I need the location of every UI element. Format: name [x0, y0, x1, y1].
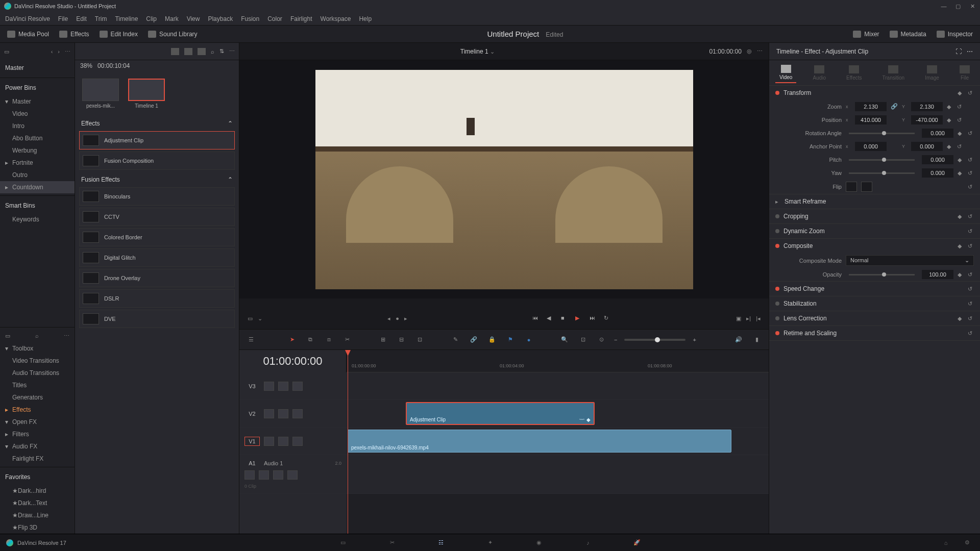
clip-video[interactable]: pexels-mikhail-nilov-6942639.mp4: [348, 430, 731, 453]
flip-h-button[interactable]: [846, 182, 857, 192]
fav-darkthird[interactable]: ★ Dark...hird: [0, 485, 75, 497]
enable-dot-icon[interactable]: [775, 302, 779, 306]
reset-icon[interactable]: ↺: [968, 330, 974, 336]
opacity-slider[interactable]: [849, 274, 915, 276]
fairlight-page-icon[interactable]: ♪: [581, 537, 595, 548]
replace-icon[interactable]: ⊡: [414, 335, 425, 345]
prev-edit-icon[interactable]: ◂: [387, 315, 390, 322]
menu-fusion[interactable]: Fusion: [241, 15, 259, 22]
list-view-icon[interactable]: [198, 48, 206, 55]
media-pool-button[interactable]: Media Pool: [7, 31, 49, 38]
menu-color[interactable]: Color: [267, 15, 282, 22]
effect-binoculars[interactable]: Binoculars: [79, 187, 235, 206]
track-lane-v3[interactable]: [347, 372, 769, 399]
play-icon[interactable]: ▶: [575, 315, 582, 322]
keyframe-icon[interactable]: ◆: [958, 130, 964, 136]
lock-track-icon[interactable]: [264, 382, 274, 391]
media-thumb[interactable]: pexels-mik...: [82, 79, 119, 109]
effect-drone-overlay[interactable]: Drone Overlay: [79, 269, 235, 287]
tree-effects[interactable]: ▸Effects: [0, 404, 75, 416]
track-lane-v1[interactable]: pexels-mikhail-nilov-6942639.mp4: [347, 428, 769, 455]
nav-path-icon[interactable]: ⋯: [65, 48, 70, 55]
keyframe-icon[interactable]: ◆: [958, 243, 964, 249]
playhead[interactable]: [348, 350, 348, 534]
clip-adjustment[interactable]: Adjustment Clip 〰◆: [406, 402, 595, 425]
opacity-input[interactable]: [922, 270, 953, 279]
auto-select-icon[interactable]: [278, 409, 288, 418]
edit-index-button[interactable]: Edit Index: [100, 31, 138, 38]
rotation-slider[interactable]: [849, 133, 915, 134]
sort-icon[interactable]: ⇅: [219, 48, 224, 55]
expand-icon[interactable]: ⛶: [955, 48, 962, 55]
fav-drawline[interactable]: ★ Draw...Line: [0, 509, 75, 521]
next-edit-icon[interactable]: ▸: [404, 315, 407, 322]
meter-icon[interactable]: ▮: [751, 335, 763, 345]
selection-tool-icon[interactable]: ➤: [286, 335, 298, 345]
cut-page-icon[interactable]: ✂: [385, 537, 399, 548]
enable-dot-icon[interactable]: [775, 214, 779, 218]
tree-audiofx[interactable]: ▾Audio FX: [0, 440, 75, 453]
viewer-mode-icon[interactable]: ▭: [248, 315, 253, 322]
inspector-tab-video[interactable]: Video: [775, 63, 796, 83]
reset-icon[interactable]: ↺: [968, 271, 974, 278]
track-lane-v2[interactable]: Adjustment Clip 〰◆: [347, 400, 769, 427]
enable-dot-icon[interactable]: [775, 229, 779, 233]
inspector-button[interactable]: Inspector: [937, 31, 973, 38]
first-frame-icon[interactable]: ⏮: [532, 315, 540, 322]
zoom-slider[interactable]: [624, 339, 685, 341]
tree-audio-transitions[interactable]: Audio Transitions: [0, 367, 75, 379]
speed-change-header[interactable]: Speed Change↺: [769, 282, 980, 296]
track-header-a1[interactable]: A1 Audio 1 2.0 0 Clip: [239, 455, 347, 494]
tree-fairlightfx[interactable]: Fairlight FX: [0, 453, 75, 465]
menu-fairlight[interactable]: Fairlight: [290, 15, 312, 22]
thumbnail-view-icon[interactable]: [184, 48, 192, 55]
keyframe-icon[interactable]: ◆: [958, 271, 964, 278]
reset-icon[interactable]: ↺: [968, 157, 974, 163]
reset-icon[interactable]: ↺: [968, 228, 974, 234]
prev-clip-icon[interactable]: |◂: [756, 315, 761, 322]
inspector-tab-effects[interactable]: Effects: [842, 63, 866, 83]
enable-dot-icon[interactable]: [775, 287, 779, 291]
tree-countdown[interactable]: ▸Countdown: [0, 181, 75, 193]
chevron-down-icon[interactable]: ⌄: [490, 48, 495, 55]
search-icon[interactable]: ⌕: [35, 333, 39, 339]
minimize-icon[interactable]: —: [940, 3, 947, 10]
options-icon[interactable]: ⋯: [757, 48, 763, 55]
master-bin[interactable]: Master: [0, 60, 75, 76]
transform-section-header[interactable]: Transform ◆↺: [769, 86, 980, 100]
edit-page-icon[interactable]: ☷: [434, 537, 448, 548]
marker-icon[interactable]: ●: [523, 335, 534, 345]
dynamic-zoom-header[interactable]: Dynamic Zoom↺: [769, 224, 980, 238]
close-icon[interactable]: ✕: [969, 3, 976, 10]
detail-zoom-icon[interactable]: ⊙: [596, 335, 607, 345]
toolbox-header[interactable]: ▾Toolbox: [0, 342, 75, 355]
mute-icon[interactable]: [287, 470, 298, 480]
effect-dve[interactable]: DVE: [79, 310, 235, 328]
keyframe-icon[interactable]: ◆: [958, 170, 964, 176]
link-icon[interactable]: 🔗: [891, 103, 898, 110]
trim-tool-icon[interactable]: ⧉: [305, 335, 316, 345]
maximize-icon[interactable]: ▢: [954, 3, 962, 10]
deliver-page-icon[interactable]: 🚀: [630, 537, 644, 548]
menu-edit[interactable]: Edit: [76, 15, 87, 22]
keyframe-icon[interactable]: ◆: [958, 90, 964, 96]
keyframe-icon[interactable]: ◆: [958, 157, 964, 163]
pitch-input[interactable]: [922, 155, 953, 164]
auto-select-icon[interactable]: [259, 470, 269, 480]
metadata-view-icon[interactable]: [171, 48, 179, 55]
play-reverse-icon[interactable]: ◀: [547, 315, 554, 322]
effect-colored-border[interactable]: Colored Border: [79, 228, 235, 246]
disable-track-icon[interactable]: [292, 382, 303, 391]
enable-dot-icon[interactable]: [775, 244, 779, 248]
auto-select-icon[interactable]: [278, 382, 288, 391]
jog-bar[interactable]: [239, 298, 769, 308]
reset-icon[interactable]: ↺: [968, 315, 974, 321]
pitch-slider[interactable]: [849, 159, 915, 161]
inspector-tab-audio[interactable]: Audio: [808, 63, 830, 83]
reset-icon[interactable]: ↺: [968, 170, 974, 176]
lens-correction-header[interactable]: Lens Correction◆↺: [769, 311, 980, 325]
menu-clip[interactable]: Clip: [146, 15, 157, 22]
sound-library-button[interactable]: Sound Library: [148, 31, 198, 38]
options-icon[interactable]: ⋯: [229, 48, 235, 55]
settings-icon[interactable]: ⚙: [961, 537, 974, 548]
